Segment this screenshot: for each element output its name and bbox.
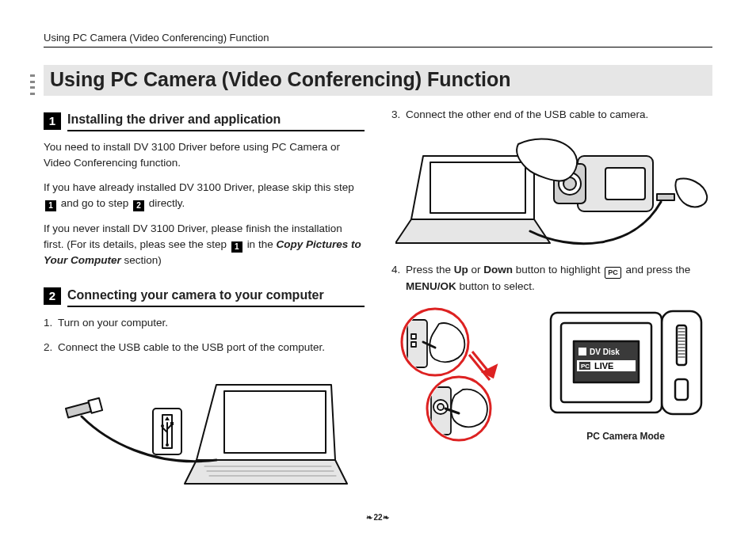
step-1b-badge-icon: 1 [231, 241, 242, 253]
step-4b: or [468, 264, 484, 276]
step-4-text: Press the Up or Down button to highlight… [406, 262, 712, 295]
button-press-illustration [391, 304, 534, 443]
section-2-step-1: 1. Turn on your computer. [44, 315, 365, 331]
section-1-badge-icon: 1 [44, 112, 61, 130]
svg-rect-48 [578, 348, 586, 355]
svg-rect-13 [657, 194, 674, 200]
svg-rect-23 [411, 342, 416, 347]
lcd-dvdisk-label: DV Disk [590, 348, 620, 356]
svg-rect-5 [88, 397, 102, 412]
section-1-para-3c: section) [124, 254, 162, 266]
step-3-text: Connect the other end of the USB cable t… [406, 107, 712, 123]
step-4-up: Up [454, 264, 468, 276]
svg-rect-44 [675, 379, 688, 400]
section-2-step-2: 2. Connect the USB cable to the USB port… [44, 340, 365, 355]
camera-back-figure: DV Disk PC LIVE PC Camera Mode [539, 303, 712, 443]
chapter-title: Using PC Camera (Video Conferencing) Fun… [44, 65, 712, 96]
step-2-text: Connect the USB cable to the USB port of… [58, 340, 365, 355]
step-1-text: Turn on your computer. [58, 315, 365, 331]
lcd-live-label: LIVE [594, 361, 613, 371]
step-4e: button to select. [456, 280, 535, 292]
section-2-heading: 2 Connecting your camera to your compute… [44, 286, 365, 307]
step-4-illustration-row: DV Disk PC LIVE PC Camera Mode [391, 303, 712, 443]
right-column: 3. Connect the other end of the USB cabl… [391, 107, 712, 503]
section-1-para-3b: in the [247, 238, 277, 250]
section-1-para-2a: If you have already installed DV 3100 Dr… [44, 181, 354, 193]
page-number-value: 22 [373, 513, 382, 522]
step-4-menu: MENU/OK [406, 280, 456, 292]
step-2-badge-icon: 2 [133, 200, 144, 211]
step-4a: Press the [406, 264, 454, 276]
lcd-pc-label: PC [581, 363, 590, 370]
camera-laptop-illustration [395, 132, 708, 251]
section-1-title: Installing the driver and application [67, 110, 365, 131]
svg-rect-12 [430, 162, 525, 213]
camera-back-illustration: DV Disk PC LIVE [547, 303, 705, 422]
figure-caption: PC Camera Mode [539, 430, 712, 443]
svg-point-28 [437, 404, 444, 410]
step-3: 3. Connect the other end of the USB cabl… [391, 107, 712, 123]
section-1-para-2b: and go to step [61, 197, 132, 209]
page-number: ❧22❧ [0, 513, 756, 522]
step-4d: and press the [623, 264, 691, 276]
svg-rect-18 [605, 168, 645, 200]
section-2-title: Connecting your camera to your computer [67, 286, 365, 307]
step-4c: button to highlight [513, 264, 603, 276]
svg-rect-10 [170, 422, 174, 425]
step-1-num: 1. [44, 315, 55, 331]
svg-point-11 [161, 424, 164, 428]
step-2-num: 2. [44, 340, 55, 355]
svg-rect-4 [66, 402, 91, 417]
step-3-num: 3. [391, 107, 403, 123]
section-2-badge-icon: 2 [44, 287, 61, 305]
step-1-badge-icon: 1 [45, 200, 56, 211]
svg-rect-0 [224, 391, 326, 453]
section-1-para-1: You need to install DV 3100 Driver befor… [44, 139, 365, 170]
section-1-para-2: If you have already installed DV 3100 Dr… [44, 180, 365, 211]
section-1-para-3: If you never install DV 3100 Driver, ple… [44, 221, 365, 268]
running-header: Using PC Camera (Video Conferencing) Fun… [44, 32, 712, 48]
step-4: 4. Press the Up or Down button to highli… [391, 262, 712, 295]
margin-dots-icon [30, 74, 35, 95]
laptop-usb-illustration [58, 365, 351, 492]
section-1-para-2c: directly. [149, 197, 185, 209]
section-1-heading: 1 Installing the driver and application [44, 110, 365, 131]
left-column: 1 Installing the driver and application … [44, 107, 365, 503]
step-4-num: 4. [391, 262, 403, 295]
step-4-down: Down [483, 264, 513, 276]
pc-mode-icon: PC [605, 267, 621, 279]
svg-rect-22 [411, 334, 416, 339]
